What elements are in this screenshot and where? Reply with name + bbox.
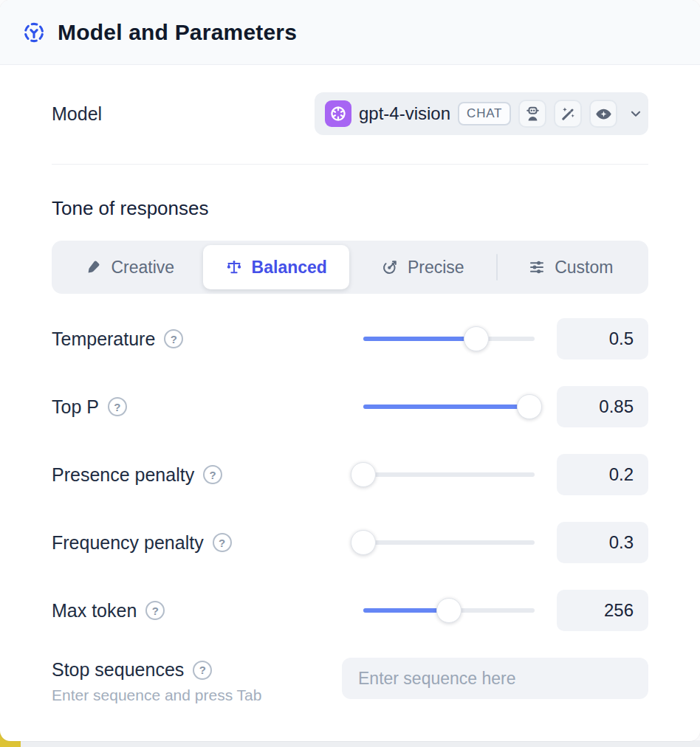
tone-tab-balanced[interactable]: Balanced <box>203 245 350 289</box>
robot-icon <box>518 100 546 128</box>
top-p-slider[interactable] <box>363 394 535 419</box>
tone-tab-label: Precise <box>408 258 464 278</box>
model-parameters-icon <box>22 21 46 44</box>
help-icon[interactable]: ? <box>203 465 222 484</box>
slider-thumb[interactable] <box>351 462 376 487</box>
tone-tab-creative[interactable]: Creative <box>56 245 203 289</box>
stop-sequences-label: Stop sequences <box>52 659 184 681</box>
slider-track[interactable] <box>363 337 535 341</box>
top-p-value-input[interactable] <box>557 386 648 427</box>
slider-thumb[interactable] <box>464 326 489 351</box>
temperature-row: Temperature? <box>52 318 648 359</box>
stop-sequences-label-block: Stop sequences ? Enter sequence and pres… <box>52 658 342 704</box>
presence-penalty-value-input[interactable] <box>557 454 648 495</box>
max-token-label-wrap: Max token? <box>52 600 363 622</box>
slider-fill <box>363 405 529 409</box>
help-icon[interactable]: ? <box>145 601 165 620</box>
scales-icon <box>225 258 243 276</box>
slider-track[interactable] <box>363 472 535 477</box>
model-type-badge: CHAT <box>458 102 511 125</box>
help-icon[interactable]: ? <box>193 661 212 680</box>
frequency-penalty-slider[interactable] <box>363 530 535 555</box>
paintbrush-icon <box>84 258 102 276</box>
tone-tab-label: Creative <box>111 258 174 278</box>
stop-sequence-input[interactable] <box>342 658 648 699</box>
card-header: Model and Parameters <box>0 0 700 65</box>
tone-heading: Tone of responses <box>52 197 648 220</box>
help-icon[interactable]: ? <box>213 533 232 552</box>
target-icon <box>381 258 399 276</box>
top-p-row: Top P? <box>52 386 648 427</box>
slider-fill <box>363 337 476 341</box>
tone-tab-label: Balanced <box>252 258 327 278</box>
top-p-label-wrap: Top P? <box>52 396 363 418</box>
presence-penalty-slider[interactable] <box>363 462 535 487</box>
model-parameters-panel: Model and Parameters Model <box>0 0 700 747</box>
chevron-down-icon <box>628 106 644 122</box>
temperature-slider[interactable] <box>363 326 535 351</box>
page-background-strip <box>0 740 700 747</box>
temperature-label: Temperature <box>52 328 155 350</box>
temperature-label-wrap: Temperature? <box>52 328 363 350</box>
parameters-section: Temperature?Top P?Presence penalty?Frequ… <box>52 318 648 631</box>
presence-penalty-label-wrap: Presence penalty? <box>52 464 363 486</box>
frequency-penalty-label-wrap: Frequency penalty? <box>52 532 363 554</box>
frequency-penalty-label: Frequency penalty <box>52 532 204 554</box>
slider-track[interactable] <box>363 405 535 409</box>
model-select-dropdown[interactable]: gpt-4-vision CHAT <box>315 92 648 135</box>
slider-thumb[interactable] <box>517 394 542 419</box>
slider-track[interactable] <box>363 540 535 545</box>
help-icon[interactable]: ? <box>164 329 183 348</box>
temperature-value-input[interactable] <box>557 318 648 359</box>
settings-card: Model and Parameters Model <box>0 0 700 741</box>
max-token-slider[interactable] <box>363 598 535 623</box>
help-icon[interactable]: ? <box>108 397 127 416</box>
slider-thumb[interactable] <box>436 598 461 623</box>
selected-model-name: gpt-4-vision <box>359 103 450 124</box>
frequency-penalty-value-input[interactable] <box>557 522 648 563</box>
magic-wand-icon <box>554 100 582 128</box>
vision-eye-icon <box>589 100 617 128</box>
openai-logo <box>325 100 351 127</box>
tone-tab-label: Custom <box>555 258 613 278</box>
max-token-value-input[interactable] <box>557 590 648 631</box>
presence-penalty-row: Presence penalty? <box>52 454 648 495</box>
slider-thumb[interactable] <box>351 530 376 555</box>
tone-segmented-control: CreativeBalancedPreciseCustom <box>52 241 648 294</box>
sliders-icon <box>528 258 546 276</box>
max-token-row: Max token? <box>52 590 648 631</box>
page-title: Model and Parameters <box>58 20 297 45</box>
top-p-label: Top P <box>52 396 99 418</box>
max-token-label: Max token <box>52 600 137 622</box>
frequency-penalty-row: Frequency penalty? <box>52 522 648 563</box>
tone-tab-precise[interactable]: Precise <box>349 245 496 289</box>
section-divider <box>52 164 648 165</box>
presence-penalty-label: Presence penalty <box>52 464 194 486</box>
card-content: Model gpt-4-vision CHAT <box>0 92 700 740</box>
model-label: Model <box>52 103 102 125</box>
stop-sequences-helper: Enter sequence and press Tab <box>52 686 342 704</box>
tone-tab-custom[interactable]: Custom <box>498 245 645 289</box>
model-row: Model gpt-4-vision CHAT <box>52 92 648 135</box>
stop-sequences-row: Stop sequences ? Enter sequence and pres… <box>52 658 648 740</box>
